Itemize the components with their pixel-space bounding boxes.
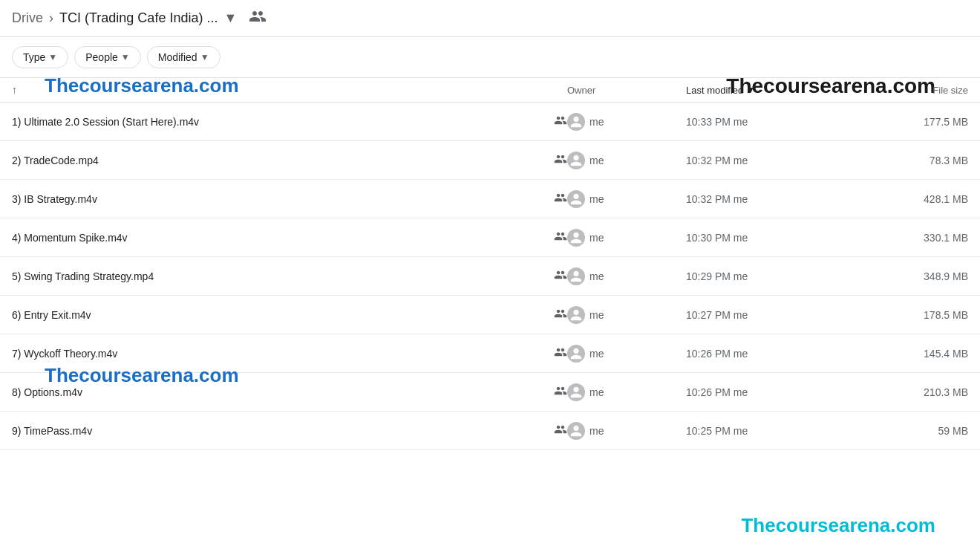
owner-text: me: [589, 270, 604, 282]
file-name-text: 4) Momentum Spike.m4v: [12, 232, 548, 244]
filesize-column-header: File size: [879, 85, 968, 96]
owner-text: me: [589, 348, 604, 360]
avatar: [567, 345, 585, 363]
shared-file-icon: [554, 152, 567, 169]
file-name-cell: 4) Momentum Spike.m4v: [12, 221, 567, 255]
people-filter-button[interactable]: People ▼: [74, 46, 140, 68]
filesize-cell: 348.9 MB: [879, 270, 968, 282]
owner-cell: me: [567, 152, 686, 169]
table-rows-container: 1) Ultimate 2.0 Session (Start Here).m4v…: [0, 103, 980, 450]
file-name-cell: 3) IB Strategy.m4v: [12, 182, 567, 216]
owner-text: me: [589, 193, 604, 205]
filesize-cell: 428.1 MB: [879, 193, 968, 205]
table-header-row: ↑ Owner Last modified ▼ File size: [0, 78, 980, 103]
file-name-cell: 7) Wyckoff Theory.m4v: [12, 337, 567, 371]
type-filter-label: Type: [23, 51, 45, 63]
shared-file-icon: [554, 268, 567, 285]
people-filter-label: People: [85, 51, 118, 63]
modified-filter-chevron: ▼: [200, 52, 209, 62]
owner-cell: me: [567, 267, 686, 285]
modified-filter-button[interactable]: Modified ▼: [147, 46, 220, 68]
avatar: [567, 229, 585, 247]
avatar: [567, 383, 585, 401]
owner-cell: me: [567, 345, 686, 363]
files-table: ↑ Owner Last modified ▼ File size 1) Ult…: [0, 78, 980, 450]
folder-dropdown-chevron[interactable]: ▼: [223, 10, 237, 26]
name-column-header: ↑: [12, 84, 567, 96]
file-name-text: 9) TimePass.m4v: [12, 425, 548, 437]
modified-cell: 10:29 PM me: [686, 270, 879, 282]
modified-sort-icon: ▼: [746, 85, 755, 95]
table-row[interactable]: 1) Ultimate 2.0 Session (Start Here).m4v…: [0, 103, 980, 141]
modified-cell: 10:26 PM me: [686, 386, 879, 398]
owner-cell: me: [567, 422, 686, 440]
table-row[interactable]: 9) TimePass.m4vme10:25 PM me59 MB: [0, 412, 980, 450]
filter-bar: Type ▼ People ▼ Modified ▼ Thecoursearen…: [0, 37, 980, 78]
shared-with-icon[interactable]: [249, 7, 267, 29]
owner-text: me: [589, 155, 604, 166]
shared-file-icon: [554, 230, 567, 246]
owner-text: me: [589, 116, 604, 128]
avatar: [567, 190, 585, 208]
owner-cell: me: [567, 306, 686, 324]
breadcrumb-bar: Drive › TCI (Trading Cafe India) ... ▼: [0, 0, 980, 37]
shared-file-icon: [554, 345, 567, 362]
owner-text: me: [589, 309, 604, 321]
file-name-text: 1) Ultimate 2.0 Session (Start Here).m4v: [12, 116, 548, 128]
people-filter-chevron: ▼: [121, 52, 130, 62]
file-name-cell: 6) Entry Exit.m4v: [12, 298, 567, 332]
table-row[interactable]: 6) Entry Exit.m4vme10:27 PM me178.5 MB: [0, 296, 980, 334]
type-filter-chevron: ▼: [48, 52, 57, 62]
modified-column-header[interactable]: Last modified ▼: [686, 85, 879, 96]
file-name-text: 5) Swing Trading Strategy.mp4: [12, 270, 548, 282]
table-row[interactable]: 4) Momentum Spike.m4vme10:30 PM me330.1 …: [0, 218, 980, 257]
modified-cell: 10:32 PM me: [686, 155, 879, 166]
modified-cell: 10:33 PM me: [686, 116, 879, 128]
file-name-cell: 8) Options.m4v: [12, 375, 567, 409]
table-row[interactable]: 3) IB Strategy.m4vme10:32 PM me428.1 MB: [0, 180, 980, 218]
file-name-cell: 9) TimePass.m4v: [12, 414, 567, 448]
owner-cell: me: [567, 113, 686, 131]
modified-cell: 10:26 PM me: [686, 348, 879, 360]
filesize-cell: 59 MB: [879, 425, 968, 437]
file-name-text: 8) Options.m4v: [12, 386, 548, 398]
filesize-cell: 178.5 MB: [879, 309, 968, 321]
table-row[interactable]: 5) Swing Trading Strategy.mp4me10:29 PM …: [0, 257, 980, 296]
file-name-cell: 5) Swing Trading Strategy.mp4: [12, 259, 567, 293]
avatar: [567, 422, 585, 440]
breadcrumb-separator: ›: [49, 10, 53, 26]
modified-filter-label: Modified: [158, 51, 197, 63]
avatar: [567, 267, 585, 285]
modified-cell: 10:25 PM me: [686, 425, 879, 437]
sort-up-icon: ↑: [12, 84, 17, 96]
owner-text: me: [589, 425, 604, 437]
file-name-cell: 1) Ultimate 2.0 Session (Start Here).m4v: [12, 105, 567, 139]
modified-cell: 10:27 PM me: [686, 309, 879, 321]
table-row[interactable]: 7) Wyckoff Theory.m4vme10:26 PM me145.4 …: [0, 334, 980, 373]
file-name-cell: 2) TradeCode.mp4: [12, 143, 567, 178]
avatar: [567, 113, 585, 131]
avatar: [567, 306, 585, 324]
modified-cell: 10:30 PM me: [686, 232, 879, 244]
filesize-cell: 145.4 MB: [879, 348, 968, 360]
owner-cell: me: [567, 229, 686, 247]
filesize-cell: 177.5 MB: [879, 116, 968, 128]
shared-file-icon: [554, 384, 567, 400]
table-row[interactable]: 2) TradeCode.mp4me10:32 PM me78.3 MB: [0, 141, 980, 180]
file-name-text: 6) Entry Exit.m4v: [12, 309, 548, 321]
shared-file-icon: [554, 114, 567, 130]
table-row[interactable]: 8) Options.m4vme10:26 PM me210.3 MB: [0, 373, 980, 412]
filesize-cell: 210.3 MB: [879, 386, 968, 398]
type-filter-button[interactable]: Type ▼: [12, 46, 68, 68]
file-name-text: 7) Wyckoff Theory.m4v: [12, 348, 548, 360]
owner-column-header: Owner: [567, 85, 686, 96]
drive-label[interactable]: Drive: [12, 10, 43, 26]
shared-file-icon: [554, 423, 567, 439]
avatar: [567, 152, 585, 169]
owner-cell: me: [567, 383, 686, 401]
modified-cell: 10:32 PM me: [686, 193, 879, 205]
shared-file-icon: [554, 191, 567, 207]
filesize-cell: 78.3 MB: [879, 155, 968, 166]
shared-file-icon: [554, 307, 567, 323]
current-folder-name[interactable]: TCI (Trading Cafe India) ...: [59, 10, 218, 26]
